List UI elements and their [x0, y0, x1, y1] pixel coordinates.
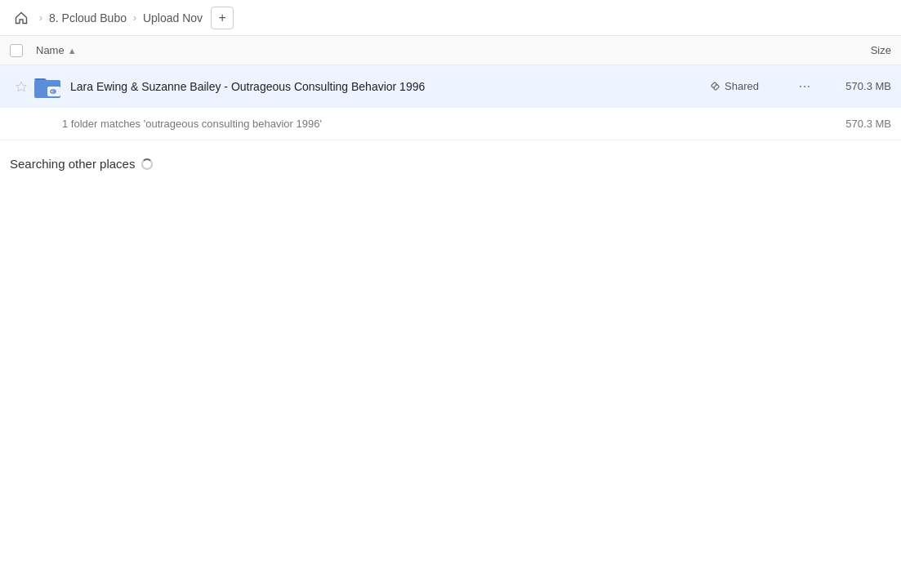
searching-label: Searching other places: [10, 157, 135, 171]
breadcrumb-separator-1: ›: [39, 12, 42, 24]
breadcrumb-label-2: Upload Nov: [143, 11, 203, 24]
folder-icon: [33, 72, 62, 101]
breadcrumb-separator-2: ›: [133, 12, 136, 24]
svg-marker-0: [16, 82, 27, 91]
file-name: Lara Ewing & Suzanne Bailey - Outrageous…: [70, 80, 710, 93]
searching-section: Searching other places: [0, 140, 901, 179]
sort-arrow-icon: ▲: [68, 46, 77, 56]
shared-badge: Shared: [710, 80, 783, 92]
loading-spinner: [141, 158, 153, 170]
star-icon: [16, 81, 27, 92]
breadcrumb-item-2[interactable]: Upload Nov: [143, 11, 203, 24]
match-count-text: 1 folder matches 'outrageous consulting …: [62, 118, 826, 130]
match-count-row: 1 folder matches 'outrageous consulting …: [0, 108, 901, 140]
shared-label: Shared: [725, 80, 759, 92]
add-button-label: +: [218, 11, 225, 25]
star-button[interactable]: [10, 81, 33, 92]
name-column-header[interactable]: Name ▲: [36, 44, 810, 56]
link-icon: [710, 81, 720, 91]
add-button[interactable]: +: [211, 7, 234, 29]
file-row[interactable]: Lara Ewing & Suzanne Bailey - Outrageous…: [0, 65, 901, 108]
size-column-label: Size: [871, 44, 891, 56]
more-options-icon: ···: [798, 78, 810, 95]
toolbar: › 8. Pcloud Bubo › Upload Nov +: [0, 0, 901, 36]
file-size: 570.3 MB: [826, 80, 891, 92]
size-column-header[interactable]: Size: [810, 44, 891, 56]
select-all-checkbox[interactable]: [10, 44, 23, 57]
folder-icon-wrap: [33, 72, 62, 101]
home-icon: [15, 11, 28, 24]
column-headers: Name ▲ Size: [0, 36, 901, 65]
select-all-checkbox-wrap: [10, 44, 36, 57]
breadcrumb-item-1[interactable]: 8. Pcloud Bubo: [49, 11, 127, 24]
more-options-button[interactable]: ···: [793, 75, 816, 98]
match-size: 570.3 MB: [826, 118, 891, 130]
name-column-label: Name: [36, 44, 65, 56]
home-button[interactable]: [10, 7, 33, 29]
breadcrumb-label-1: 8. Pcloud Bubo: [49, 11, 127, 24]
svg-line-4: [714, 85, 716, 87]
